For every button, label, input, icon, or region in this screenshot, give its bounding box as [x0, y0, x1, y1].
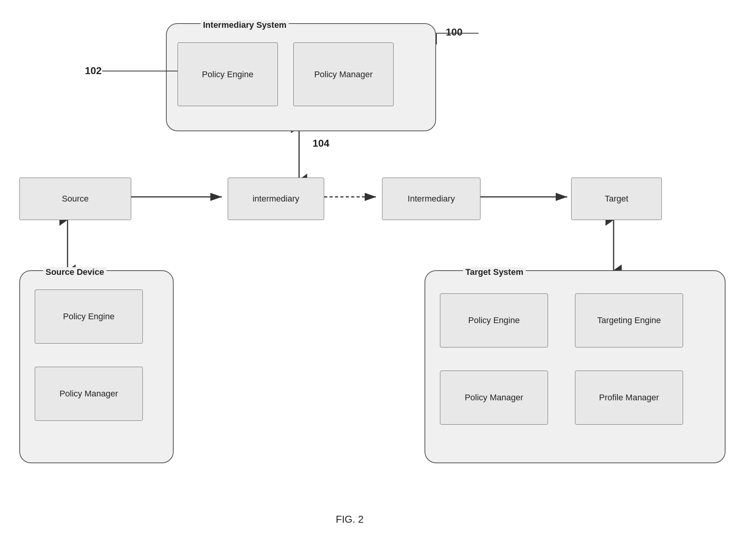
target-system-label: Target System — [463, 267, 526, 277]
intermediary-policy-manager-label: Policy Manager — [314, 69, 373, 80]
target-targeting-engine-label: Targeting Engine — [597, 315, 661, 325]
target-label: Target — [605, 194, 628, 204]
diagram-container: Intermediary System Policy Engine Policy… — [0, 0, 756, 542]
fig-label: FIG. 2 — [336, 513, 364, 525]
target-targeting-engine-box: Targeting Engine — [575, 293, 683, 347]
source-box: Source — [19, 178, 131, 220]
intermediary-right-box: Intermediary — [382, 178, 480, 220]
ref-102-line — [102, 71, 178, 71]
intermediary-right-label: Intermediary — [408, 194, 455, 204]
source-device-policy-engine-box: Policy Engine — [35, 290, 143, 344]
ref-104-label: 104 — [313, 137, 329, 149]
target-box: Target — [571, 178, 662, 220]
intermediary-left-label: intermediary — [252, 194, 299, 204]
target-profile-manager-box: Profile Manager — [575, 371, 683, 425]
ref-100-horizontal-line — [436, 33, 479, 34]
source-label: Source — [62, 194, 89, 204]
intermediary-system-label: Intermediary System — [201, 20, 289, 30]
source-device-policy-manager-box: Policy Manager — [35, 367, 143, 421]
target-policy-engine-box: Policy Engine — [440, 293, 548, 347]
intermediary-policy-engine-box: Policy Engine — [178, 42, 278, 106]
intermediary-left-box: intermediary — [228, 178, 324, 220]
source-device-label: Source Device — [43, 267, 107, 277]
target-policy-manager-box: Policy Manager — [440, 371, 548, 425]
ref-102-label: 102 — [85, 65, 101, 77]
source-device-policy-engine-label: Policy Engine — [63, 312, 114, 322]
target-policy-manager-label: Policy Manager — [465, 393, 523, 403]
target-policy-engine-label: Policy Engine — [468, 315, 519, 325]
intermediary-policy-manager-box: Policy Manager — [293, 42, 394, 106]
ref-100-vertical-line — [436, 33, 437, 44]
intermediary-policy-engine-label: Policy Engine — [202, 69, 253, 80]
ref-100-label: 100 — [446, 26, 462, 38]
source-device-policy-manager-label: Policy Manager — [59, 389, 118, 399]
target-profile-manager-label: Profile Manager — [599, 393, 659, 403]
